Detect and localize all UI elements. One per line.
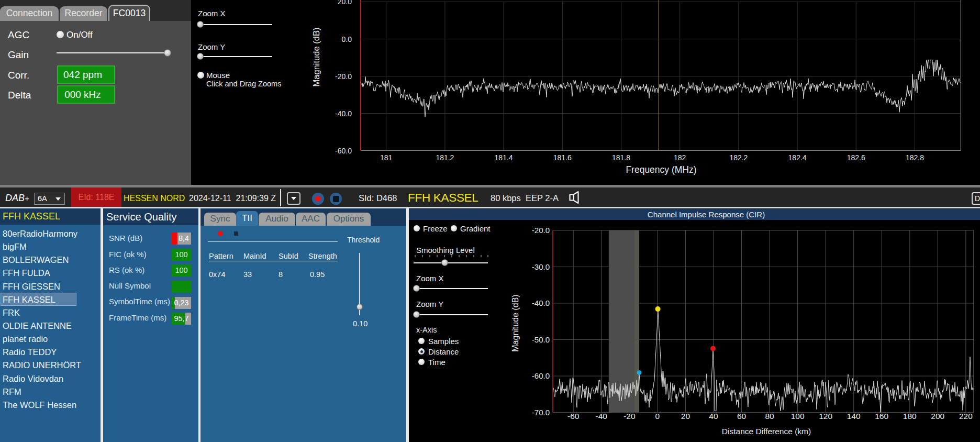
svg-text:181.4: 181.4 <box>495 153 513 162</box>
svg-text:120: 120 <box>819 412 832 421</box>
svg-text:-60: -60 <box>567 412 580 421</box>
svg-text:100: 100 <box>791 412 805 421</box>
svg-text:Distance Difference (km): Distance Difference (km) <box>722 427 811 436</box>
svg-text:20.0: 20.0 <box>338 0 352 6</box>
svg-text:-30.0: -30.0 <box>532 262 550 271</box>
svg-text:180: 180 <box>903 412 917 421</box>
svg-text:140: 140 <box>847 412 861 421</box>
svg-text:200: 200 <box>931 412 944 421</box>
svg-text:0: 0 <box>655 412 660 421</box>
svg-text:Frequency (MHz): Frequency (MHz) <box>626 164 696 175</box>
svg-text:-50.0: -50.0 <box>532 335 550 344</box>
svg-text:181.8: 181.8 <box>612 153 630 162</box>
svg-text:182.6: 182.6 <box>847 153 865 162</box>
svg-text:160: 160 <box>875 412 888 421</box>
svg-text:60: 60 <box>737 412 747 421</box>
svg-text:220: 220 <box>959 412 973 421</box>
svg-text:0.0: 0.0 <box>342 35 352 43</box>
svg-text:182.8: 182.8 <box>906 153 924 162</box>
svg-text:182.2: 182.2 <box>729 153 748 162</box>
svg-text:-40.0: -40.0 <box>335 109 352 118</box>
svg-text:-70.0: -70.0 <box>532 408 550 417</box>
svg-text:-60.0: -60.0 <box>532 371 550 380</box>
svg-text:182: 182 <box>674 153 686 162</box>
svg-text:-40: -40 <box>595 412 607 421</box>
svg-text:-40.0: -40.0 <box>532 299 550 307</box>
svg-text:181.6: 181.6 <box>553 153 572 162</box>
svg-text:-60.0: -60.0 <box>335 147 352 155</box>
svg-text:181: 181 <box>380 153 393 162</box>
svg-text:Magnitude (dB): Magnitude (dB) <box>311 28 321 87</box>
svg-text:Magnitude (dB): Magnitude (dB) <box>511 294 520 351</box>
svg-text:80: 80 <box>765 412 774 421</box>
svg-text:-20: -20 <box>623 412 636 421</box>
svg-text:181.2: 181.2 <box>436 153 454 162</box>
svg-text:-20.0: -20.0 <box>335 72 352 81</box>
svg-text:20: 20 <box>681 412 691 421</box>
svg-text:182.4: 182.4 <box>788 153 807 162</box>
svg-text:40: 40 <box>709 412 718 421</box>
svg-text:-20.0: -20.0 <box>532 226 550 235</box>
